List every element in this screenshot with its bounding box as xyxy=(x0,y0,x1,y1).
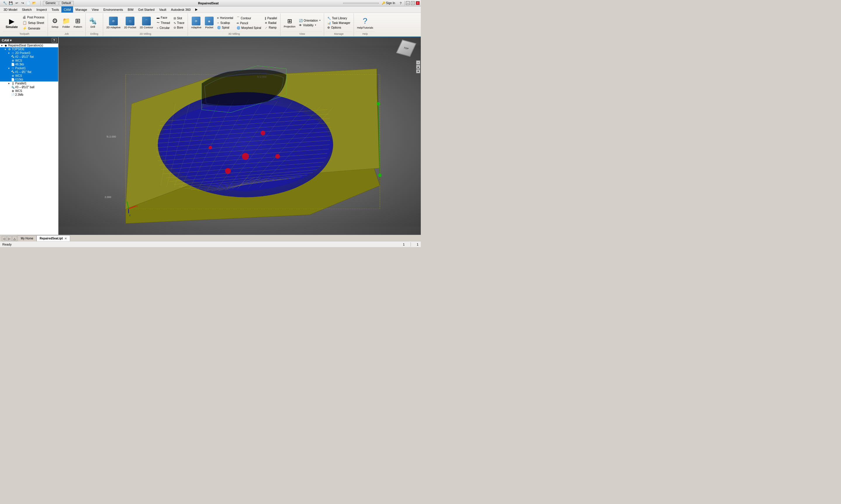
slot-button[interactable]: ⊟ Slot xyxy=(172,16,186,20)
profile-dropdown[interactable]: Default xyxy=(59,1,74,5)
svg-text:X: X xyxy=(136,205,138,207)
tree-item-wcs2[interactable]: ⊕ WCS xyxy=(0,74,58,78)
workspace-dropdown[interactable]: Generic xyxy=(43,1,58,5)
tree-item-tool2[interactable]: 🔩 #2 – Ø1/2" flat xyxy=(0,55,58,59)
morphed-spiral-button[interactable]: 🌀 Morphed Spiral xyxy=(235,26,263,30)
new-btn[interactable]: 📄 xyxy=(26,1,31,6)
tab-close-btn[interactable]: ✕ xyxy=(65,237,67,240)
tree-item-size3[interactable]: 📄 2.3Mb xyxy=(0,93,58,97)
tab-file[interactable]: RepairedSeat.ipt ✕ xyxy=(36,235,70,241)
tool-library-icon: 🔧 xyxy=(327,17,331,20)
menu-environments[interactable]: Environments xyxy=(101,6,125,13)
pencil-button[interactable]: ✏ Pencil xyxy=(235,21,263,25)
pocket1-toggle[interactable]: ▾ xyxy=(7,67,11,70)
2d-contour-button[interactable]: ⌒ 2D Contour xyxy=(138,15,155,31)
task-manager-button[interactable]: 📊 Task Manager xyxy=(326,21,352,25)
maximize-btn[interactable]: □ xyxy=(411,1,415,5)
app-icon[interactable]: 🔧 xyxy=(2,1,7,6)
parallel1-toggle[interactable]: ▾ xyxy=(7,82,11,85)
nav-cube[interactable]: TOP xyxy=(398,39,415,57)
orientation-icon: 🔄 xyxy=(299,19,302,22)
tree-item-topside[interactable]: ▾ ⚙ TOPSIDE xyxy=(0,47,58,51)
help-icon[interactable]: ? xyxy=(398,1,403,6)
search-box[interactable] xyxy=(343,3,379,4)
parallel-button[interactable]: ∥ Parallel xyxy=(263,16,279,20)
tree-item-parallel1[interactable]: ▾ ∥ Parallel1 xyxy=(0,82,58,85)
nav-cube-face[interactable]: TOP xyxy=(396,40,416,57)
menu-tools[interactable]: Tools xyxy=(49,6,62,13)
menu-sketch[interactable]: Sketch xyxy=(20,6,34,13)
menu-more[interactable]: ▶ xyxy=(193,6,200,13)
orientation-button[interactable]: 🔄 Orientation ▾ xyxy=(297,18,322,23)
options-button[interactable]: ⚙ Options xyxy=(326,25,352,30)
thread-button[interactable]: 〜 Thread xyxy=(155,20,172,25)
trace-button[interactable]: ∿ Trace xyxy=(172,21,186,25)
tree-item-pocket1[interactable]: ▾ □ Pocket1 xyxy=(0,66,58,70)
tree-item-wcs3[interactable]: ⊕ WCS xyxy=(0,89,58,93)
tree-item-size2[interactable]: 📄 610kb xyxy=(0,78,58,82)
bore-button[interactable]: ⊙ Bore xyxy=(172,25,186,30)
menu-cam[interactable]: CAM xyxy=(62,6,73,13)
open-btn[interactable]: 📂 xyxy=(32,1,37,6)
menu-bim[interactable]: BIM xyxy=(125,6,136,13)
setup-sheet-button[interactable]: 📋 Setup Sheet xyxy=(21,20,46,25)
menu-3dmodel[interactable]: 3D Model xyxy=(1,6,20,13)
2d-pocket-button[interactable]: □ 2D Pocket xyxy=(123,15,138,31)
menu-autodesk360[interactable]: Autodesk 360 xyxy=(169,6,193,13)
folder-button[interactable]: 📁 Folder xyxy=(61,15,72,31)
viewport[interactable]: X Y Z fc:2.000 fc:2.000 2.000 xyxy=(58,37,421,235)
face-button[interactable]: ▬ Face xyxy=(155,16,172,20)
tree-item-pocket3[interactable]: ▾ □ 2D Pocket3 xyxy=(0,51,58,55)
scroll-down-btn[interactable]: ▼ xyxy=(416,69,420,73)
tree-item-tool1[interactable]: 🔩 #1 – Ø1" flat xyxy=(0,70,58,74)
tree-item-tool3[interactable]: 🔩 #3 – Ø1/2" ball xyxy=(0,85,58,89)
zoom-in-btn[interactable]: + xyxy=(416,60,420,65)
3d-pocket-button[interactable]: ◈ Pocket xyxy=(204,15,215,31)
tree-item-root[interactable]: ▾ ◆ RepairedSeat Operation(s) xyxy=(0,43,58,47)
spiral-button[interactable]: 🌀 Spiral xyxy=(216,25,235,30)
signin-btn[interactable]: 🔑 Sign In xyxy=(380,1,397,5)
radial-button[interactable]: ✳ Radial xyxy=(263,21,279,25)
horizontal-button[interactable]: ≡ Horizontal xyxy=(216,16,235,20)
root-toggle[interactable]: ▾ xyxy=(0,44,3,47)
tab-list-btn[interactable]: △ xyxy=(12,236,17,241)
menu-vault[interactable]: Vault xyxy=(157,6,169,13)
contour-button[interactable]: ⌒ Contour xyxy=(235,16,263,21)
3d-adaptive-button[interactable]: ⟳ Adaptive xyxy=(190,15,203,31)
simulate-button[interactable]: ▶ Simulate xyxy=(3,14,20,32)
post-process-button[interactable]: 🖨 Post Process xyxy=(21,15,46,20)
tree-item-wcs1[interactable]: ⊕ WCS xyxy=(0,59,58,62)
sidebar-help[interactable]: ? xyxy=(52,38,56,43)
help-tutorials-button[interactable]: ? Help/Tutorials xyxy=(356,15,374,31)
menu-getstarted[interactable]: Get Started xyxy=(136,6,157,13)
minimize-btn[interactable]: — xyxy=(406,1,410,5)
menu-inspect[interactable]: Inspect xyxy=(34,6,49,13)
tree-item-size1[interactable]: 📄 48.3kb xyxy=(0,62,58,66)
scroll-up-btn[interactable]: ▲ xyxy=(416,65,420,69)
drill-button[interactable]: 🔩 Drill xyxy=(87,15,98,31)
topside-toggle[interactable]: ▾ xyxy=(3,48,7,51)
root-icon: ◆ xyxy=(3,44,8,47)
redo-btn[interactable]: ↪ xyxy=(20,1,25,6)
close-btn[interactable]: ✕ xyxy=(416,1,420,5)
menu-manage[interactable]: Manage xyxy=(73,6,89,13)
projection-button[interactable]: ⊞ Projection xyxy=(282,15,297,31)
save-btn[interactable]: 💾 xyxy=(8,1,14,6)
pattern-button[interactable]: ⊞ Pattern xyxy=(72,15,84,31)
undo-btn[interactable]: ↩ xyxy=(14,1,19,6)
2d-adaptive-button[interactable]: ⟳ 2D Adaptive xyxy=(105,15,122,31)
topside-label: TOPSIDE xyxy=(12,48,26,51)
visibility-button[interactable]: 👁 Visibility ▾ xyxy=(297,23,322,28)
ramp-button[interactable]: ⟋ Ramp xyxy=(263,25,279,30)
tool-library-button[interactable]: 🔧 Tool Library xyxy=(326,16,352,20)
setup-button[interactable]: ⚙ Setup xyxy=(50,15,60,31)
menu-view[interactable]: View xyxy=(89,6,101,13)
pocket3-toggle[interactable]: ▾ xyxy=(7,52,11,55)
scallop-button[interactable]: ⌣ Scallop xyxy=(216,20,235,25)
circular-button[interactable]: ○ Circular xyxy=(155,26,172,30)
tab-next-btn[interactable]: ▷ xyxy=(7,236,12,241)
2dmilling-group-label: 2D Milling xyxy=(105,32,186,35)
generate-button[interactable]: ⚡ Generate xyxy=(21,26,46,31)
tab-home[interactable]: My Home xyxy=(18,235,36,241)
tab-prev-btn[interactable]: ◁ xyxy=(2,236,6,241)
